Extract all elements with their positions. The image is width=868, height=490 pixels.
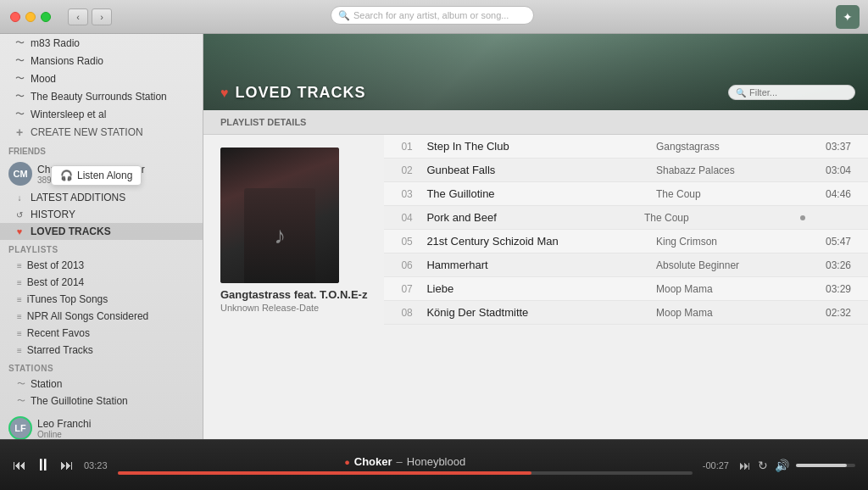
latest-additions-label: LATEST ADDITIONS xyxy=(31,192,125,203)
player-bar: ⏮ ⏸ ⏭ 03:23 ● Choker – Honeyblood -00:27… xyxy=(0,439,868,490)
close-button[interactable] xyxy=(10,12,20,22)
track-artist: Moop Mama xyxy=(656,283,809,295)
volume-fill xyxy=(796,464,847,467)
album-title: Gangtastrass feat. T.O.N.E-z xyxy=(220,288,367,301)
sidebar-item-m83radio[interactable]: 〜 m83 Radio xyxy=(0,34,203,52)
radio-wave-icon: 〜 xyxy=(17,395,25,407)
history-label: HISTORY xyxy=(31,209,75,220)
track-artist: Gangstagra­ss xyxy=(656,141,809,153)
friend-item-christian[interactable]: CM Christian Muehlhaeuser 38999 🎧 Listen… xyxy=(0,159,203,189)
pause-button[interactable]: ⏸ xyxy=(35,455,52,475)
tomahawk-icon: ✦ xyxy=(836,5,860,29)
track-number: 05 xyxy=(401,236,426,248)
sidebar-item-best2014[interactable]: ≡ Best of 2014 xyxy=(0,274,203,291)
track-number: 04 xyxy=(401,212,426,224)
track-dot xyxy=(797,215,809,220)
minimize-button[interactable] xyxy=(25,12,36,22)
track-title: 21st Century Schizoid Man xyxy=(426,235,656,248)
listen-along-tooltip[interactable]: 🎧 Listen Along xyxy=(51,165,142,186)
track-title: König Der Stadtmitte xyxy=(426,306,656,319)
track-number: 07 xyxy=(401,283,426,295)
stations-section: 〜 m83 Radio 〜 Mansions Radio 〜 Mood 〜 Th… xyxy=(0,34,203,142)
track-title: Step In The Club xyxy=(426,140,656,153)
table-row[interactable]: 02 Gunbeat Falls Shabazz Palaces 03:04 xyxy=(384,159,868,182)
content-area: ♥ LOVED TRACKS 🔍 PLAYLIST DETAILS xyxy=(203,34,868,439)
titlebar: ‹ › ✦ Choker by Honeyblood – Tomahawk 🔍 … xyxy=(0,0,868,34)
album-art-container: ♪ Gangtastrass feat. T.O.N.E-z Unknown R… xyxy=(203,135,384,326)
radio-icon: 〜 xyxy=(14,90,25,103)
sidebar-item-loved-tracks[interactable]: ♥ LOVED TRACKS xyxy=(0,223,203,240)
volume-bar[interactable] xyxy=(796,464,855,467)
filter-box[interactable]: 🔍 xyxy=(728,85,855,100)
sidebar-item-beauty[interactable]: 〜 The Beauty Surrounds Station xyxy=(0,87,203,105)
friend-item-leo[interactable]: LF Leo Franchi Online xyxy=(0,413,203,439)
friend-avatar-christian: CM xyxy=(8,162,32,186)
progress-fill xyxy=(118,471,531,475)
track-artist: The Coup xyxy=(644,212,797,224)
prev-button[interactable]: ⏮ xyxy=(13,458,26,473)
friend-avatar-leo: LF xyxy=(8,416,32,439)
playlist-icon: ≡ xyxy=(17,295,22,304)
repeat-button[interactable]: ↻ xyxy=(758,459,768,472)
sidebar-item-starred[interactable]: ≡ Starred Tracks xyxy=(0,342,203,359)
table-row[interactable]: 03 The Guillotine The Coup 04:46 xyxy=(384,182,868,206)
friend-info-leo: Leo Franchi Online xyxy=(37,418,194,439)
sidebar-item-recent[interactable]: ≡ Recent Favos xyxy=(0,325,203,342)
volume-icon[interactable]: 🔊 xyxy=(775,459,789,472)
sidebar-item-history[interactable]: ↺ HISTORY xyxy=(0,206,203,223)
track-title: Pork and Beef xyxy=(426,211,644,224)
back-button[interactable]: ‹ xyxy=(68,8,88,25)
player-controls: ⏮ ⏸ ⏭ xyxy=(13,455,74,475)
track-title: Gunbeat Falls xyxy=(426,164,656,176)
loved-tracks-label: LOVED TRACKS xyxy=(31,226,111,237)
sidebar-item-mansions[interactable]: 〜 Mansions Radio xyxy=(0,52,203,70)
album-art: ♪ xyxy=(220,148,339,283)
sidebar-item-station[interactable]: 〜 Station xyxy=(0,376,203,393)
playlist-icon: ≡ xyxy=(17,278,22,287)
playlist-icon: ≡ xyxy=(17,312,22,321)
table-row[interactable]: 04 Pork and Beef The Coup xyxy=(384,206,868,230)
sidebar-item-npr[interactable]: ≡ NPR All Songs Considered xyxy=(0,308,203,325)
heart-icon: ♥ xyxy=(14,226,25,237)
sidebar-item-latest-additions[interactable]: ↓ LATEST ADDITIONS xyxy=(0,189,203,206)
sidebar-item-best2013[interactable]: ≡ Best of 2013 xyxy=(0,257,203,274)
next-button[interactable]: ⏭ xyxy=(60,458,74,473)
track-number: 03 xyxy=(401,188,426,200)
plus-icon: + xyxy=(14,125,25,139)
track-title: The Guillotine xyxy=(426,187,656,200)
sidebar-item-label: Wintersleep et al xyxy=(31,109,106,120)
page-title: LOVED TRACKS xyxy=(236,84,366,102)
sidebar: 〜 m83 Radio 〜 Mansions Radio 〜 Mood 〜 Th… xyxy=(0,34,203,439)
create-station-button[interactable]: + CREATE NEW STATION xyxy=(0,123,203,142)
playlist-label: Best of 2013 xyxy=(27,259,84,271)
track-number: 06 xyxy=(401,259,426,271)
track-artist: King Crimson xyxy=(656,236,809,248)
headphones-icon: 🎧 xyxy=(60,170,73,181)
forward-button[interactable]: › xyxy=(92,8,112,25)
content-header: ♥ LOVED TRACKS 🔍 xyxy=(203,34,868,110)
progress-container: ● Choker – Honeyblood xyxy=(118,455,693,475)
table-row[interactable]: 07 Liebe Moop Mama 03:29 xyxy=(384,277,868,301)
sidebar-item-label: Mood xyxy=(31,73,56,85)
friends-section-label: FRIENDS xyxy=(0,142,203,159)
station-label: Station xyxy=(31,378,62,390)
additions-icon: ↓ xyxy=(14,193,25,203)
table-row[interactable]: 08 König Der Stadtmitte Moop Mama 02:32 xyxy=(384,301,868,325)
track-duration: 03:29 xyxy=(809,283,851,295)
table-row[interactable]: 06 Hammerhart Absolute Beginner 03:26 xyxy=(384,253,868,277)
table-row[interactable]: 01 Step In The Club Gangstagra­ss 03:37 xyxy=(384,135,868,159)
global-search-bar[interactable]: 🔍 Search for any artist, album or song..… xyxy=(331,6,534,25)
filter-input[interactable] xyxy=(749,87,866,97)
maximize-button[interactable] xyxy=(41,12,51,22)
sidebar-item-guillotine-station[interactable]: 〜 The Guillotine Station xyxy=(0,393,203,409)
guillotine-station-label: The Guillotine Station xyxy=(31,395,128,407)
table-row[interactable]: 05 21st Century Schizoid Man King Crimso… xyxy=(384,230,868,253)
track-artist: Absolute Beginner xyxy=(656,259,809,271)
sidebar-item-mood[interactable]: 〜 Mood xyxy=(0,70,203,87)
progress-bar[interactable] xyxy=(118,471,693,475)
track-list: ♪ Gangtastrass feat. T.O.N.E-z Unknown R… xyxy=(203,135,868,439)
track-duration: 02:32 xyxy=(809,307,851,319)
sidebar-item-itunes[interactable]: ≡ iTunes Top Songs xyxy=(0,291,203,308)
skip-end-button[interactable]: ⏭ xyxy=(739,459,751,472)
sidebar-item-wintersleep[interactable]: 〜 Wintersleep et al xyxy=(0,105,203,123)
